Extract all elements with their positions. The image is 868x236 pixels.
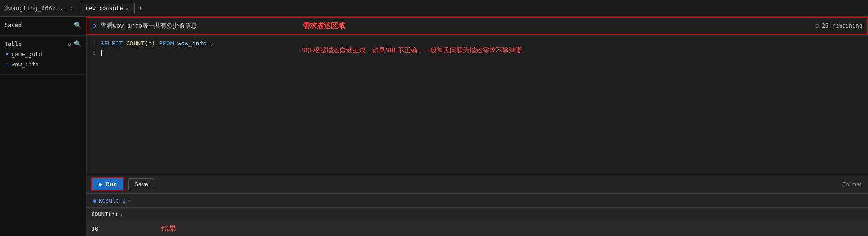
result-tab-1[interactable]: ● Result-1 ✕ (88, 196, 136, 206)
sql-line-2: 2 (87, 48, 868, 57)
tab-bar: new console ✕ + (80, 3, 863, 14)
remaining-badge: ⊞ 25 remaining (815, 22, 862, 30)
function-count: COUNT(*) (126, 40, 156, 47)
tab-add-button[interactable]: + (136, 4, 146, 13)
saved-header: Saved 🔍 (5, 22, 81, 29)
result-tab-close-icon[interactable]: ✕ (128, 198, 131, 203)
console-tab[interactable]: new console ✕ (80, 3, 135, 14)
play-icon: ▶ (99, 182, 102, 187)
results-tabs: ● Result-1 ✕ (87, 194, 868, 208)
table-label: Table (5, 41, 22, 47)
result-tab-icon: ● (93, 198, 96, 204)
table-ref: wow_info (177, 40, 207, 47)
saved-search-icon[interactable]: 🔍 (74, 22, 81, 29)
line-content-2 (101, 49, 102, 56)
keyword-select: SELECT (101, 40, 123, 47)
sidebar: Saved 🔍 Table ↻ 🔍 ⊞ game_gold ⊞ wow_info (0, 17, 87, 236)
line-num-1: 1 (87, 40, 101, 47)
user-info: @wangting_666/... › (5, 5, 80, 12)
save-button[interactable]: Save (128, 178, 154, 190)
grid-icon: ⊞ (815, 22, 819, 30)
tab-label: new console (86, 5, 123, 12)
result-annotation: 结果 (161, 224, 176, 234)
requirement-bar: ⊙ 查看wow_info表一共有多少条信息 需求描述区域 ⊞ 25 remain… (87, 17, 868, 35)
table-refresh-icon[interactable]: ↻ (67, 40, 71, 47)
format-button[interactable]: Format (842, 181, 861, 188)
result-value-cell: 10 (91, 225, 147, 232)
table-name-wow-info: wow_info (12, 61, 39, 68)
table-grid-icon: ⊞ (6, 52, 9, 58)
cursor-blink (101, 50, 102, 56)
table-header: Table ↻ 🔍 (5, 40, 81, 47)
tab-close-icon[interactable]: ✕ (125, 6, 128, 11)
table-row: 10 结果 (87, 221, 868, 236)
results-area: ● Result-1 ✕ COUNT(*) ⇕ 10 结果 (87, 193, 868, 236)
table-section: Table ↻ 🔍 ⊞ game_gold ⊞ wow_info (0, 36, 86, 75)
semicolon: ; (210, 40, 214, 47)
table-actions: ↻ 🔍 (67, 40, 81, 47)
requirement-text[interactable]: 查看wow_info表一共有多少条信息 (101, 22, 197, 30)
line-num-2: 2 (87, 49, 101, 56)
save-label: Save (134, 181, 148, 188)
saved-section: Saved 🔍 (0, 17, 86, 36)
sql-editor[interactable]: 1 SELECT COUNT(*) FROM wow_info ; 2 (87, 35, 868, 175)
requirement-annotation: 需求描述区域 (303, 22, 345, 30)
column-header-label: COUNT(*) (91, 211, 118, 218)
toolbar: ▶ Run Save Format (87, 175, 868, 193)
top-bar: @wangting_666/... › new console ✕ + (0, 0, 868, 17)
saved-actions: 🔍 (74, 22, 81, 29)
table-name-game-gold: game_gold (12, 51, 42, 58)
run-label: Run (105, 181, 117, 188)
line-content-1: SELECT COUNT(*) FROM wow_info ; (101, 40, 214, 47)
run-button[interactable]: ▶ Run (91, 177, 124, 191)
result-tab-label: Result-1 (99, 198, 126, 204)
sql-line-1: 1 SELECT COUNT(*) FROM wow_info ; (87, 38, 868, 48)
sidebar-item-wow-info[interactable]: ⊞ wow_info (5, 59, 81, 70)
main-layout: Saved 🔍 Table ↻ 🔍 ⊞ game_gold ⊞ wow_info (0, 17, 868, 236)
user-label: @wangting_666/... (5, 5, 67, 12)
table-search-icon[interactable]: 🔍 (74, 40, 81, 47)
keyword-from: FROM (159, 40, 174, 47)
saved-label: Saved (5, 22, 22, 29)
sidebar-item-game-gold[interactable]: ⊞ game_gold (5, 49, 81, 59)
table-grid-icon-2: ⊞ (6, 62, 9, 68)
results-header: COUNT(*) ⇕ (87, 208, 868, 221)
column-count-header: COUNT(*) ⇕ (91, 211, 147, 218)
requirement-icon: ⊙ (92, 22, 96, 30)
editor-area: ⊙ 查看wow_info表一共有多少条信息 需求描述区域 ⊞ 25 remain… (87, 17, 868, 236)
sort-icon[interactable]: ⇕ (120, 212, 123, 217)
remaining-count: 25 remaining (822, 22, 862, 29)
chevron-icon: › (70, 5, 73, 12)
results-table: COUNT(*) ⇕ 10 结果 (87, 208, 868, 236)
